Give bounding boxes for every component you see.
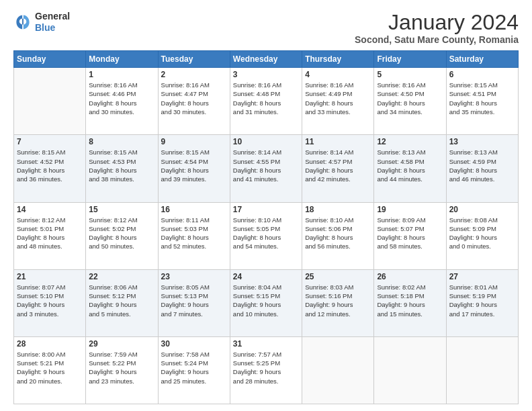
day-info: Sunrise: 8:14 AM Sunset: 4:57 PM Dayligh… [305, 148, 371, 183]
calendar-cell: 8Sunrise: 8:15 AM Sunset: 4:53 PM Daylig… [86, 135, 158, 202]
calendar-cell: 5Sunrise: 8:16 AM Sunset: 4:50 PM Daylig… [374, 68, 446, 135]
day-number: 25 [305, 272, 371, 281]
calendar-cell: 4Sunrise: 8:16 AM Sunset: 4:49 PM Daylig… [302, 68, 374, 135]
calendar-cell: 1Sunrise: 8:16 AM Sunset: 4:46 PM Daylig… [86, 68, 158, 135]
calendar-cell: 16Sunrise: 8:11 AM Sunset: 5:03 PM Dayli… [158, 202, 230, 269]
day-info: Sunrise: 7:59 AM Sunset: 5:22 PM Dayligh… [89, 350, 154, 385]
day-number: 3 [233, 70, 299, 79]
day-info: Sunrise: 8:12 AM Sunset: 5:02 PM Dayligh… [89, 216, 154, 251]
day-info: Sunrise: 8:10 AM Sunset: 5:06 PM Dayligh… [305, 216, 371, 251]
day-info: Sunrise: 8:14 AM Sunset: 4:55 PM Dayligh… [233, 148, 299, 183]
day-header-monday: Monday [86, 51, 158, 68]
day-info: Sunrise: 8:07 AM Sunset: 5:10 PM Dayligh… [17, 283, 83, 318]
day-info: Sunrise: 7:57 AM Sunset: 5:25 PM Dayligh… [233, 350, 299, 385]
calendar-cell: 25Sunrise: 8:03 AM Sunset: 5:16 PM Dayli… [302, 269, 374, 336]
calendar-cell: 27Sunrise: 8:01 AM Sunset: 5:19 PM Dayli… [446, 269, 518, 336]
day-header-friday: Friday [374, 51, 446, 68]
day-info: Sunrise: 8:16 AM Sunset: 4:50 PM Dayligh… [377, 81, 443, 116]
day-info: Sunrise: 8:15 AM Sunset: 4:52 PM Dayligh… [17, 148, 83, 183]
day-number: 1 [89, 70, 154, 79]
day-info: Sunrise: 8:16 AM Sunset: 4:47 PM Dayligh… [161, 81, 227, 116]
week-row-4: 21Sunrise: 8:07 AM Sunset: 5:10 PM Dayli… [14, 269, 519, 336]
calendar-cell: 10Sunrise: 8:14 AM Sunset: 4:55 PM Dayli… [230, 135, 302, 202]
day-info: Sunrise: 8:16 AM Sunset: 4:49 PM Dayligh… [305, 81, 371, 116]
calendar-cell: 20Sunrise: 8:08 AM Sunset: 5:09 PM Dayli… [446, 202, 518, 269]
calendar-cell [14, 68, 86, 135]
calendar-cell: 12Sunrise: 8:13 AM Sunset: 4:58 PM Dayli… [374, 135, 446, 202]
day-number: 31 [233, 339, 299, 349]
day-number: 23 [161, 272, 227, 281]
calendar-cell: 2Sunrise: 8:16 AM Sunset: 4:47 PM Daylig… [158, 68, 230, 135]
day-info: Sunrise: 8:04 AM Sunset: 5:15 PM Dayligh… [233, 283, 299, 318]
calendar-cell [302, 336, 374, 404]
calendar-cell: 3Sunrise: 8:16 AM Sunset: 4:48 PM Daylig… [230, 68, 302, 135]
day-header-thursday: Thursday [302, 51, 374, 68]
title-block: January 2024 Socond, Satu Mare County, R… [355, 11, 519, 45]
day-info: Sunrise: 8:09 AM Sunset: 5:07 PM Dayligh… [377, 216, 443, 251]
calendar-cell: 13Sunrise: 8:13 AM Sunset: 4:59 PM Dayli… [446, 135, 518, 202]
day-info: Sunrise: 8:01 AM Sunset: 5:19 PM Dayligh… [449, 283, 515, 318]
day-info: Sunrise: 8:10 AM Sunset: 5:05 PM Dayligh… [233, 216, 299, 251]
day-number: 14 [17, 205, 83, 214]
logo-line2: Blue [35, 22, 70, 34]
week-row-5: 28Sunrise: 8:00 AM Sunset: 5:21 PM Dayli… [14, 336, 519, 404]
day-number: 17 [233, 205, 299, 214]
day-number: 6 [449, 70, 515, 79]
day-info: Sunrise: 8:06 AM Sunset: 5:12 PM Dayligh… [89, 283, 154, 318]
calendar-cell: 19Sunrise: 8:09 AM Sunset: 5:07 PM Dayli… [374, 202, 446, 269]
day-info: Sunrise: 8:13 AM Sunset: 4:58 PM Dayligh… [377, 148, 443, 183]
calendar-table: SundayMondayTuesdayWednesdayThursdayFrid… [13, 50, 519, 404]
day-number: 30 [161, 339, 227, 349]
day-info: Sunrise: 8:15 AM Sunset: 4:53 PM Dayligh… [89, 148, 154, 183]
day-number: 19 [377, 205, 443, 214]
day-info: Sunrise: 8:12 AM Sunset: 5:01 PM Dayligh… [17, 216, 83, 251]
calendar-cell: 17Sunrise: 8:10 AM Sunset: 5:05 PM Dayli… [230, 202, 302, 269]
day-number: 28 [17, 339, 83, 349]
calendar-cell: 21Sunrise: 8:07 AM Sunset: 5:10 PM Dayli… [14, 269, 86, 336]
main-title: January 2024 [355, 11, 519, 34]
calendar-cell: 15Sunrise: 8:12 AM Sunset: 5:02 PM Dayli… [86, 202, 158, 269]
week-row-3: 14Sunrise: 8:12 AM Sunset: 5:01 PM Dayli… [14, 202, 519, 269]
day-info: Sunrise: 8:16 AM Sunset: 4:46 PM Dayligh… [89, 81, 154, 116]
day-number: 15 [89, 205, 154, 214]
day-info: Sunrise: 8:13 AM Sunset: 4:59 PM Dayligh… [449, 148, 515, 183]
day-number: 8 [89, 137, 154, 146]
day-number: 7 [17, 137, 83, 146]
calendar-cell: 14Sunrise: 8:12 AM Sunset: 5:01 PM Dayli… [14, 202, 86, 269]
day-header-tuesday: Tuesday [158, 51, 230, 68]
calendar-cell [446, 336, 518, 404]
day-number: 5 [377, 70, 443, 79]
calendar-cell: 6Sunrise: 8:15 AM Sunset: 4:51 PM Daylig… [446, 68, 518, 135]
calendar-cell: 24Sunrise: 8:04 AM Sunset: 5:15 PM Dayli… [230, 269, 302, 336]
week-row-1: 1Sunrise: 8:16 AM Sunset: 4:46 PM Daylig… [14, 68, 519, 135]
day-number: 13 [449, 137, 515, 146]
calendar-cell: 31Sunrise: 7:57 AM Sunset: 5:25 PM Dayli… [230, 336, 302, 404]
day-number: 26 [377, 272, 443, 281]
day-info: Sunrise: 8:00 AM Sunset: 5:21 PM Dayligh… [17, 350, 83, 385]
day-number: 10 [233, 137, 299, 146]
day-number: 27 [449, 272, 515, 281]
day-info: Sunrise: 8:03 AM Sunset: 5:16 PM Dayligh… [305, 283, 371, 318]
day-info: Sunrise: 8:15 AM Sunset: 4:51 PM Dayligh… [449, 81, 515, 116]
header: General Blue January 2024 Socond, Satu M… [13, 11, 519, 45]
day-info: Sunrise: 8:15 AM Sunset: 4:54 PM Dayligh… [161, 148, 227, 183]
day-number: 16 [161, 205, 227, 214]
day-number: 20 [449, 205, 515, 214]
day-number: 12 [377, 137, 443, 146]
day-header-saturday: Saturday [446, 51, 518, 68]
calendar-cell [374, 336, 446, 404]
calendar-cell: 18Sunrise: 8:10 AM Sunset: 5:06 PM Dayli… [302, 202, 374, 269]
calendar-page: General Blue January 2024 Socond, Satu M… [0, 0, 532, 411]
day-number: 21 [17, 272, 83, 281]
calendar-cell: 9Sunrise: 8:15 AM Sunset: 4:54 PM Daylig… [158, 135, 230, 202]
day-info: Sunrise: 8:11 AM Sunset: 5:03 PM Dayligh… [161, 216, 227, 251]
logo-icon [13, 13, 32, 32]
day-info: Sunrise: 8:05 AM Sunset: 5:13 PM Dayligh… [161, 283, 227, 318]
day-number: 18 [305, 205, 371, 214]
calendar-cell: 30Sunrise: 7:58 AM Sunset: 5:24 PM Dayli… [158, 336, 230, 404]
day-header-wednesday: Wednesday [230, 51, 302, 68]
day-number: 22 [89, 272, 154, 281]
day-info: Sunrise: 8:16 AM Sunset: 4:48 PM Dayligh… [233, 81, 299, 116]
calendar-cell: 23Sunrise: 8:05 AM Sunset: 5:13 PM Dayli… [158, 269, 230, 336]
day-number: 24 [233, 272, 299, 281]
